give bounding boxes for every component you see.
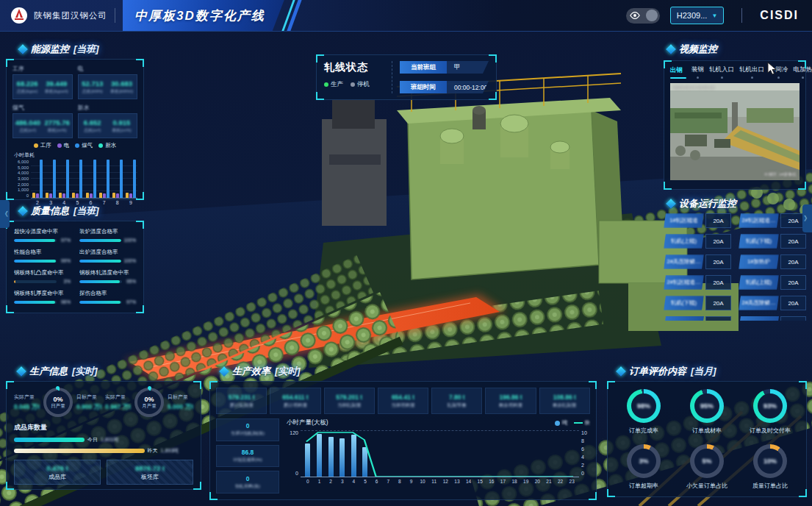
- hourly-chart-left-ticks: 1200: [287, 430, 298, 476]
- ytick: 120: [290, 430, 298, 435]
- dashboard-root: 陕钢集团汉钢公司 中厚板3D数字化产线 H2309... ▼ CISDI: [0, 0, 812, 506]
- production-ring: 0%日产量: [43, 388, 73, 417]
- line-status-legend: 生产停机: [324, 80, 392, 89]
- header-divider: [115, 8, 115, 23]
- quality-item: 性能合格率99%: [14, 249, 71, 263]
- panel-title-icon: [16, 366, 26, 377]
- line-status-fields: 当前班组甲班组时间00:00-12:00: [392, 61, 489, 93]
- devices-panel: 1#轧区辊道20A2#轧区辊道…20A轧机(上辊)20A轧机(下辊)20A2#高…: [664, 213, 806, 321]
- quality-grid: 超快冷温度命中率97%装炉温度合格率100%性能合格率99%出炉温度合格率100…: [14, 228, 136, 304]
- legend-item: 煤气: [75, 142, 93, 149]
- efficiency-stat: 579.201 t当班轧制量: [324, 388, 375, 414]
- cctv-still: [670, 83, 800, 180]
- panel-title-icon: [666, 199, 676, 209]
- legend-dot: [555, 421, 560, 426]
- quality-item: 探伤合格率97%: [79, 290, 136, 304]
- energy-bar-group: 5: [71, 160, 84, 205]
- ytick: 8: [581, 438, 584, 443]
- energy-bar-group: 4: [57, 160, 71, 205]
- quality-item: 钢板终轧凸度命中率3%: [14, 269, 71, 284]
- energy-card: 新水6.652总耗(m³)0.915单耗(m³/t): [78, 104, 138, 138]
- legend-item: 电: [57, 142, 70, 149]
- efficiency-panel-title: 生产效率 [实时]: [220, 365, 301, 378]
- video-tab[interactable]: 轧机入口: [709, 65, 734, 79]
- efficiency-stats: 579.231 t累计轧制量654.611 t累计坯料量579.201 t当班轧…: [216, 388, 590, 414]
- ytick: 0: [26, 193, 29, 198]
- device-item: 1#加热炉20A: [739, 254, 806, 269]
- device-item: 2#高压除鳞…20A: [739, 296, 806, 310]
- brand-logo: CISDI: [760, 9, 799, 22]
- video-panel-title: 视频监控: [667, 43, 717, 56]
- efficiency-side-stat: 0待轧坯料(块): [216, 471, 279, 493]
- ytick: 1,000: [18, 188, 29, 192]
- video-tab[interactable]: 电加热: [794, 65, 812, 79]
- legend-dot: [98, 143, 103, 148]
- order-ring: 10%质量订单占比: [752, 444, 788, 490]
- ytick: 5,000: [18, 165, 29, 170]
- status-legend-item: 停机: [351, 80, 370, 89]
- legend-item: 新水: [98, 142, 116, 149]
- ytick: 3,000: [18, 177, 29, 181]
- hourly-chart-line: [301, 431, 579, 477]
- efficiency-stat: 7.80 t轧制节奏: [431, 388, 482, 414]
- toggle-knob: [646, 10, 658, 21]
- app-title: 中厚板3D数字化产线: [134, 7, 265, 24]
- energy-bar-group: 7: [98, 160, 111, 205]
- efficiency-stat: 579.231 t累计轧制量: [216, 388, 267, 414]
- video-overlay-caption: 出钢区 1#摄像机: [764, 171, 797, 178]
- company-logo: [10, 7, 28, 24]
- video-overlay-timestamp: 2023-09-14 15:02:18: [673, 85, 714, 90]
- device-item: 2#高压除鳞…20A: [664, 254, 731, 269]
- device-item: 轧机(上辊)20A: [739, 275, 806, 290]
- device-item: 轧机(下辊)20A: [739, 234, 806, 249]
- panel-title-icon: [616, 366, 626, 377]
- ytick: 2: [581, 463, 584, 468]
- status-legend-item: 生产: [324, 80, 343, 89]
- device-item: 1#轧区辊道20A: [664, 213, 731, 228]
- hourly-output-chart: 小时产量(大板) 吨块 1200 01234567891011121314151…: [287, 418, 590, 493]
- collapse-left-button[interactable]: 《: [0, 200, 10, 228]
- quality-panel: 超快冷温度命中率97%装炉温度合格率100%性能合格率99%出炉温度合格率100…: [6, 221, 144, 313]
- device-item: 轧机(下辊)20A: [664, 296, 731, 310]
- order-ring: 93%订单及时交付率: [750, 389, 791, 435]
- devices-grid: 1#轧区辊道20A2#轧区辊道…20A轧机(上辊)20A轧机(下辊)20A2#高…: [664, 213, 806, 321]
- device-item-clipped: [664, 316, 731, 321]
- legend-dot: [34, 143, 38, 148]
- status-dot: [351, 82, 355, 87]
- video-tab[interactable]: 出钢: [670, 66, 686, 79]
- legend-item: 吨: [555, 419, 568, 427]
- legend-line: [574, 422, 583, 424]
- energy-chart-ylabel: 小时单耗: [14, 152, 137, 159]
- video-feed[interactable]: 2023-09-14 15:02:18 出钢区 1#摄像机: [670, 83, 800, 180]
- video-tab[interactable]: 装钢: [691, 65, 704, 79]
- stock-bar: 昨天1,893吨: [14, 447, 193, 455]
- production-panel: 实际产量0.045 万t0%日产量目标产量0.900 万t实际产量0.967 万…: [6, 381, 201, 490]
- panel-title-icon: [18, 206, 28, 216]
- efficiency-stat: 196.86 t剩余坯料量: [485, 388, 536, 414]
- line-selector-dropdown[interactable]: H2309... ▼: [670, 7, 725, 24]
- production-gauge-group: 实际产量0.967 万t0%月产量目标产量5.000 万t: [105, 388, 193, 417]
- visibility-toggle[interactable]: [626, 8, 660, 24]
- device-item: 轧机(上辊)20A: [664, 234, 731, 249]
- efficiency-panel: 579.231 t累计轧制量654.611 t累计坯料量579.201 t当班轧…: [209, 381, 597, 500]
- efficiency-side-stats: 0当班计划轧制(块)86.8计划完成率(%)0待轧坯料(块): [216, 418, 279, 493]
- energy-bar-group: 3: [44, 160, 57, 205]
- orders-rings-grid: 98%订单完成率95%订单成材率93%订单及时交付率3%订单超期率5%小欠量订单…: [612, 389, 802, 490]
- hourly-chart-title: 小时产量(大板): [287, 418, 328, 427]
- status-field: 班组时间00:00-12:00: [400, 81, 489, 93]
- legend-item: 工序: [34, 142, 51, 149]
- collapse-right-button[interactable]: 》: [802, 204, 812, 232]
- hourly-chart-plot: [301, 430, 579, 477]
- efficiency-side-stat: 86.8计划完成率(%): [216, 445, 279, 468]
- video-tab[interactable]: 轧机出口: [739, 65, 764, 79]
- line-status-title: 轧线状态: [324, 61, 392, 74]
- energy-panel: 工序68.226总耗(kgce)39.449单耗(kgce/t)电52.713总…: [6, 59, 144, 200]
- header-divider: [741, 8, 742, 23]
- production-gauges: 实际产量0.045 万t0%日产量目标产量0.900 万t实际产量0.967 万…: [14, 388, 193, 417]
- quality-panel-title: 质量信息 [当班]: [19, 204, 99, 218]
- stock-bar: 今日1,801吨: [14, 436, 193, 443]
- video-panel: 出钢装钢轧机入口轧机出口中间冷电加热 2023-09-14 15:02:18 出…: [664, 60, 806, 190]
- quality-item: 钢板终轧厚度命中率96%: [14, 290, 71, 304]
- quality-item: 出炉温度合格率100%: [79, 249, 136, 263]
- legend-dot: [75, 143, 79, 148]
